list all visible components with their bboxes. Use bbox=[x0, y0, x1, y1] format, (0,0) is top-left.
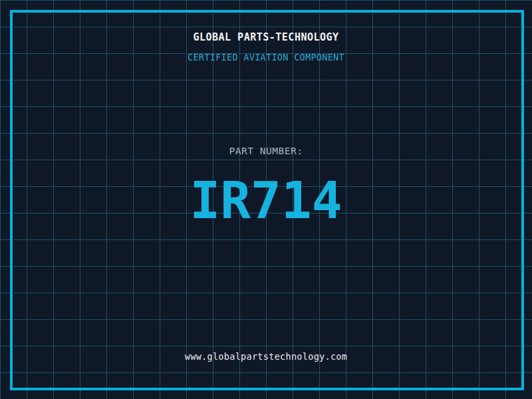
company-name: GLOBAL PARTS-TECHNOLOGY bbox=[0, 33, 532, 43]
certification-subtitle: CERTIFIED AVIATION COMPONENT bbox=[0, 53, 532, 63]
part-number-label: PART NUMBER: bbox=[0, 146, 532, 156]
website-url: www.globalpartstechnology.com bbox=[0, 352, 532, 362]
grid-background: GLOBAL PARTS-TECHNOLOGY CERTIFIED AVIATI… bbox=[0, 0, 532, 399]
part-number-value: IR714 bbox=[0, 176, 532, 226]
